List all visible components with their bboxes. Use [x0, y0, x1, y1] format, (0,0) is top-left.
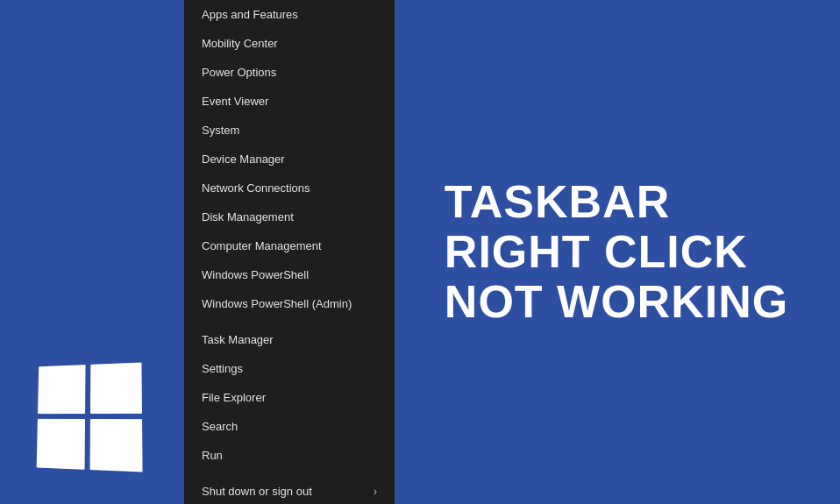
win-logo-cell-tr — [90, 362, 142, 414]
menu-item-label-settings: Settings — [202, 362, 243, 375]
menu-item-apps-features[interactable]: Apps and Features — [184, 0, 395, 29]
menu-item-label-system: System — [202, 124, 239, 137]
menu-item-label-computer-management: Computer Management — [202, 239, 322, 252]
menu-item-label-disk-management: Disk Management — [202, 210, 294, 224]
right-panel: TASKBAR RIGHT CLICK NOT WORKING — [393, 0, 840, 504]
headline: TASKBAR RIGHT CLICK NOT WORKING — [445, 177, 788, 328]
menu-item-label-file-explorer: File Explorer — [202, 391, 266, 404]
menu-item-label-power-options: Power Options — [202, 66, 276, 79]
menu-item-computer-management[interactable]: Computer Management — [184, 231, 395, 260]
menu-item-label-run: Run — [202, 449, 223, 462]
menu-item-windows-powershell[interactable]: Windows PowerShell — [184, 260, 395, 289]
menu-item-shut-down-sign-out[interactable]: Shut down or sign out› — [184, 477, 395, 504]
win-logo-cell-bl — [37, 419, 85, 470]
menu-item-label-shut-down-sign-out: Shut down or sign out — [202, 485, 312, 498]
menu-item-network-connections[interactable]: Network Connections — [184, 174, 395, 202]
menu-item-label-mobility-center: Mobility Center — [202, 37, 278, 50]
menu-item-disk-management[interactable]: Disk Management — [184, 202, 395, 231]
windows-logo — [35, 364, 140, 469]
headline-line3: NOT WORKING — [445, 277, 788, 327]
win-logo-cell-br — [90, 419, 143, 472]
menu-item-run[interactable]: Run — [184, 441, 395, 470]
context-menu: Apps and FeaturesMobility CenterPower Op… — [184, 0, 395, 504]
headline-line2: RIGHT CLICK — [445, 227, 788, 277]
menu-item-power-options[interactable]: Power Options — [184, 58, 395, 87]
menu-item-label-network-connections: Network Connections — [202, 181, 310, 195]
menu-item-system[interactable]: System — [184, 116, 395, 145]
chevron-icon: › — [374, 486, 377, 498]
menu-item-label-task-manager: Task Manager — [202, 333, 274, 346]
menu-item-device-manager[interactable]: Device Manager — [184, 145, 395, 174]
menu-item-label-windows-powershell: Windows PowerShell — [202, 268, 309, 281]
menu-item-mobility-center[interactable]: Mobility Center — [184, 29, 395, 58]
menu-item-label-device-manager: Device Manager — [202, 153, 285, 166]
menu-item-label-search: Search — [202, 420, 238, 433]
menu-item-file-explorer[interactable]: File Explorer — [184, 383, 395, 412]
menu-item-settings[interactable]: Settings — [184, 354, 395, 383]
menu-item-windows-powershell-admin[interactable]: Windows PowerShell (Admin) — [184, 289, 395, 318]
win-logo-cell-tl — [38, 365, 85, 414]
menu-item-label-windows-powershell-admin: Windows PowerShell (Admin) — [202, 297, 352, 310]
menu-item-search[interactable]: Search — [184, 412, 395, 441]
menu-item-label-event-viewer: Event Viewer — [202, 95, 268, 108]
headline-line1: TASKBAR — [445, 177, 788, 227]
menu-item-event-viewer[interactable]: Event Viewer — [184, 87, 395, 116]
menu-item-label-apps-features: Apps and Features — [202, 8, 298, 21]
menu-item-task-manager[interactable]: Task Manager — [184, 325, 395, 354]
